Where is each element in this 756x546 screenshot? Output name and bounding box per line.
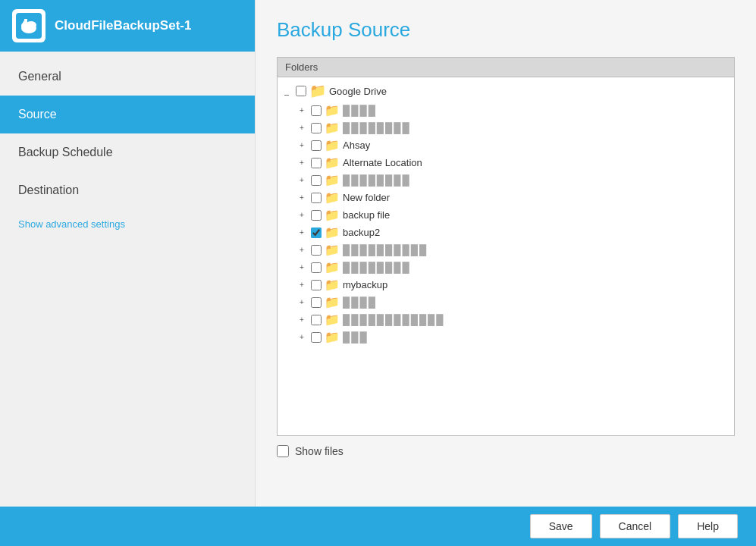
checkbox-item[interactable]	[311, 105, 322, 116]
folders-label: Folders	[278, 58, 734, 77]
expand-icon[interactable]: +	[296, 157, 308, 169]
list-item: + 📁 ███	[293, 328, 734, 346]
folder-icon: 📁	[325, 312, 340, 327]
item-label: mybackup	[343, 279, 387, 290]
list-item: + 📁 mybackup	[293, 276, 734, 293]
expand-icon[interactable]: +	[296, 331, 308, 344]
list-item: + 📁 ██████████	[293, 241, 734, 259]
sidebar-header: CloudFileBackupSet-1	[0, 0, 255, 52]
folder-icon: 📁	[325, 121, 340, 135]
show-files-row: Show files	[277, 445, 735, 457]
expand-icon[interactable]: +	[296, 297, 308, 309]
expand-icon[interactable]: +	[296, 209, 308, 221]
folder-icon: 📁	[325, 173, 340, 187]
expand-google-drive[interactable]: ⎯	[281, 85, 293, 97]
sidebar-item-destination[interactable]: Destination	[0, 171, 255, 209]
main-content: Backup Source Folders ⎯ 📁 Google Drive +…	[256, 0, 756, 507]
folder-icon: 📁	[325, 225, 340, 240]
list-item: + 📁 backup2	[293, 224, 734, 241]
item-label: ████████████	[343, 314, 445, 325]
show-advanced-settings-link[interactable]: Show advanced settings	[0, 212, 255, 236]
checkbox-item[interactable]	[311, 158, 322, 168]
google-drive-label: Google Drive	[329, 86, 387, 97]
show-files-label[interactable]: Show files	[295, 445, 343, 457]
show-files-checkbox[interactable]	[277, 445, 289, 457]
item-label: ████	[343, 105, 377, 116]
tree-root-google-drive: ⎯ 📁 Google Drive	[278, 80, 734, 102]
expand-icon[interactable]: +	[296, 105, 308, 117]
expand-icon[interactable]: +	[296, 174, 308, 187]
expand-icon[interactable]: +	[296, 192, 308, 204]
sidebar-item-general[interactable]: General	[0, 58, 255, 96]
expand-icon[interactable]: +	[296, 227, 308, 239]
list-item: + 📁 ████████	[293, 259, 734, 276]
list-item: + 📁 New folder	[293, 189, 734, 206]
tree-children: + 📁 ████ + 📁 ████████ + 📁	[278, 102, 734, 346]
folders-panel: Folders ⎯ 📁 Google Drive + 📁 ████	[277, 57, 735, 436]
list-item: + 📁 ████████	[293, 119, 734, 136]
checkbox-item[interactable]	[311, 175, 322, 186]
item-label: ████████	[343, 262, 411, 273]
folder-icon: 📁	[325, 190, 340, 205]
folder-icon: 📁	[325, 330, 340, 344]
item-label: ████████	[343, 122, 411, 133]
list-item: + 📁 ████████████	[293, 311, 734, 328]
google-drive-icon: 📁	[309, 83, 326, 99]
checkbox-item-backup2[interactable]	[311, 228, 322, 238]
expand-icon[interactable]: +	[296, 122, 308, 134]
save-button[interactable]: Save	[530, 514, 592, 538]
checkbox-item[interactable]	[311, 297, 322, 308]
item-label: Ahsay	[343, 140, 370, 151]
help-button[interactable]: Help	[678, 514, 738, 538]
list-item: + 📁 ████████	[293, 171, 734, 189]
folder-icon: 📁	[325, 138, 340, 152]
expand-icon[interactable]: +	[296, 314, 308, 326]
folder-icon: 📁	[325, 208, 340, 222]
item-label: Alternate Location	[343, 157, 422, 168]
checkbox-google-drive[interactable]	[296, 86, 306, 96]
expand-icon[interactable]: +	[296, 279, 308, 291]
sidebar-item-backup-schedule[interactable]: Backup Schedule	[0, 133, 255, 171]
checkbox-item[interactable]	[311, 280, 322, 290]
sidebar-nav: General Source Backup Schedule Destinati…	[0, 52, 255, 507]
item-label: ███	[343, 331, 369, 343]
list-item: + 📁 Ahsay	[293, 136, 734, 154]
sidebar: CloudFileBackupSet-1 General Source Back…	[0, 0, 256, 507]
expand-icon[interactable]: +	[296, 140, 308, 152]
folder-icon: 📁	[325, 103, 340, 118]
cancel-button[interactable]: Cancel	[600, 514, 671, 538]
list-item: + 📁 ████	[293, 102, 734, 119]
checkbox-item[interactable]	[311, 193, 322, 203]
item-label: New folder	[343, 192, 390, 203]
list-item: + 📁 backup file	[293, 206, 734, 224]
checkbox-item[interactable]	[311, 262, 322, 273]
folders-tree[interactable]: ⎯ 📁 Google Drive + 📁 ████ +	[278, 77, 734, 435]
checkbox-item[interactable]	[311, 140, 322, 151]
list-item: + 📁 Alternate Location	[293, 154, 734, 171]
folder-icon: 📁	[325, 260, 340, 275]
app-name: CloudFileBackupSet-1	[55, 18, 191, 33]
folder-icon: 📁	[325, 243, 340, 257]
folder-icon: 📁	[325, 155, 340, 170]
item-label: ████████	[343, 174, 411, 186]
footer: Save Cancel Help	[0, 507, 756, 546]
item-label: backup2	[343, 227, 380, 238]
checkbox-item[interactable]	[311, 123, 322, 133]
checkbox-item[interactable]	[311, 332, 322, 343]
folder-icon: 📁	[325, 278, 340, 292]
item-label: backup file	[343, 209, 390, 221]
app-logo	[12, 9, 45, 42]
item-label: ████	[343, 297, 377, 308]
svg-point-3	[26, 21, 36, 29]
expand-icon[interactable]: +	[296, 262, 308, 274]
folder-icon: 📁	[325, 295, 340, 309]
checkbox-item[interactable]	[311, 210, 322, 221]
sidebar-item-source[interactable]: Source	[0, 96, 255, 133]
checkbox-item[interactable]	[311, 315, 322, 325]
list-item: + 📁 ████	[293, 293, 734, 311]
expand-icon[interactable]: +	[296, 244, 308, 256]
page-title: Backup Source	[277, 18, 735, 42]
item-label: ██████████	[343, 244, 428, 256]
checkbox-item[interactable]	[311, 245, 322, 256]
